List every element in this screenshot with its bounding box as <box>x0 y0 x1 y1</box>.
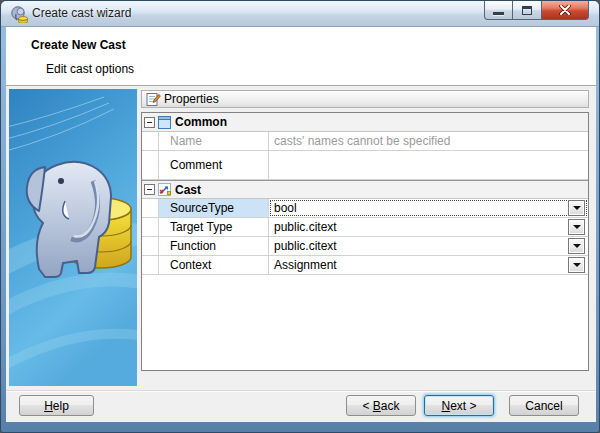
function-dropdown-button[interactable] <box>568 238 585 254</box>
property-row-comment: Comment <box>142 151 588 180</box>
group-header-common[interactable]: Common <box>142 113 588 132</box>
row-gutter <box>142 256 159 274</box>
dropdown-arrow-icon <box>573 206 581 210</box>
properties-toolbar-label: Properties <box>164 92 219 106</box>
row-gutter <box>142 151 159 179</box>
targettype-dropdown-button[interactable] <box>568 219 585 235</box>
sidebar-artwork <box>9 89 137 386</box>
collapse-icon[interactable] <box>144 184 155 195</box>
page-title: Create New Cast <box>31 38 126 52</box>
maximize-icon <box>522 6 532 15</box>
property-row-targettype: Target Type public.citext <box>142 218 588 237</box>
cancel-button[interactable]: Cancel <box>509 395 579 416</box>
property-row-function: Function public.citext <box>142 237 588 256</box>
postgresql-banner-image <box>9 89 137 386</box>
maximize-button[interactable] <box>513 1 541 20</box>
window-title: Create cast wizard <box>32 1 131 26</box>
group-name: Common <box>175 115 227 129</box>
collapse-icon[interactable] <box>144 117 155 128</box>
dropdown-arrow-icon <box>573 225 581 229</box>
sourcetype-dropdown-button[interactable] <box>568 200 585 216</box>
app-elephant-icon <box>10 5 28 23</box>
create-cast-wizard-window: Create cast wizard Create New Cast Edit … <box>0 0 600 433</box>
property-row-name: Name casts' names cannot be specified <box>142 132 588 151</box>
wizard-header: Create New Cast Edit cast options <box>6 27 596 86</box>
close-button[interactable] <box>541 1 589 20</box>
row-gutter <box>142 132 159 150</box>
property-value-sourcetype[interactable]: bool <box>269 199 588 217</box>
property-label-sourcetype[interactable]: SourceType <box>159 199 269 217</box>
property-value-name[interactable]: casts' names cannot be specified <box>269 132 588 150</box>
cast-icon <box>158 183 171 196</box>
property-grid: Common Name casts' names cannot be speci… <box>141 112 589 371</box>
property-value-targettype[interactable]: public.citext <box>269 218 588 236</box>
property-label-comment[interactable]: Comment <box>159 151 269 179</box>
group-header-cast[interactable]: Cast <box>142 180 588 199</box>
help-button[interactable]: Help <box>19 395 94 416</box>
title-bar[interactable]: Create cast wizard <box>1 1 599 27</box>
property-value-function[interactable]: public.citext <box>269 237 588 255</box>
properties-panel: Properties Common Name <box>141 90 589 371</box>
properties-icon <box>146 92 161 107</box>
property-value-comment[interactable] <box>269 151 588 179</box>
form-icon <box>158 116 171 129</box>
caption-buttons <box>484 1 589 20</box>
property-row-context: Context Assignment <box>142 256 588 275</box>
next-button[interactable]: Next > <box>424 395 494 416</box>
property-row-sourcetype: SourceType bool <box>142 199 588 218</box>
footer-separator <box>6 390 596 392</box>
page-subtitle: Edit cast options <box>46 62 134 76</box>
property-label-context[interactable]: Context <box>159 256 269 274</box>
property-label-targettype[interactable]: Target Type <box>159 218 269 236</box>
property-value-context[interactable]: Assignment <box>269 256 588 274</box>
dropdown-arrow-icon <box>573 263 581 267</box>
properties-toolbar: Properties <box>141 90 589 108</box>
dropdown-arrow-icon <box>573 244 581 248</box>
row-gutter <box>142 237 159 255</box>
row-gutter <box>142 218 159 236</box>
context-dropdown-button[interactable] <box>568 257 585 273</box>
minimize-button[interactable] <box>484 1 513 20</box>
back-button[interactable]: < Back <box>346 395 416 416</box>
row-gutter <box>142 199 159 217</box>
group-name: Cast <box>175 183 201 197</box>
close-icon <box>559 5 571 15</box>
minimize-icon <box>493 12 504 15</box>
dialog-client-area: Create New Cast Edit cast options <box>6 27 596 422</box>
property-label-function[interactable]: Function <box>159 237 269 255</box>
property-label-name[interactable]: Name <box>159 132 269 150</box>
